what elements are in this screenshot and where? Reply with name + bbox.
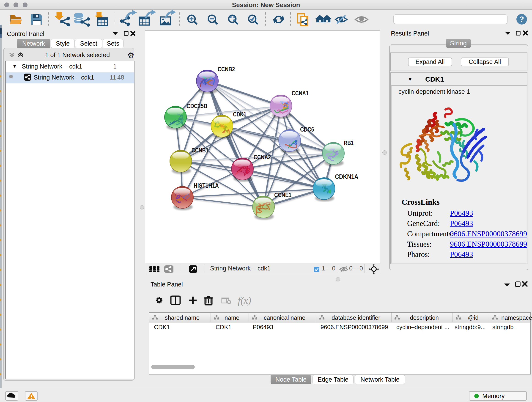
svg-text:HIST1H1A: HIST1H1A — [194, 182, 219, 189]
svg-text:CCNE1: CCNE1 — [274, 191, 291, 198]
svg-text:CDC25B: CDC25B — [186, 102, 207, 109]
svg-text:CDKN1A: CDKN1A — [335, 173, 358, 180]
svg-text:RB1: RB1 — [344, 139, 354, 147]
svg-text:CDK1: CDK1 — [233, 111, 246, 118]
svg-text:CCNB1: CCNB1 — [191, 147, 209, 154]
svg-text:CCNA1: CCNA1 — [292, 89, 309, 97]
svg-text:1 – 0: 1 – 0 — [322, 265, 336, 272]
svg-text:CCNA2: CCNA2 — [254, 153, 271, 161]
svg-text:CDC6: CDC6 — [300, 126, 314, 133]
svg-text:String Network – cdk1: String Network – cdk1 — [210, 265, 271, 272]
svg-text:CCNB2: CCNB2 — [218, 65, 235, 73]
svg-text:f(x): f(x) — [238, 295, 251, 306]
svg-text:0 – 0: 0 – 0 — [349, 265, 363, 272]
